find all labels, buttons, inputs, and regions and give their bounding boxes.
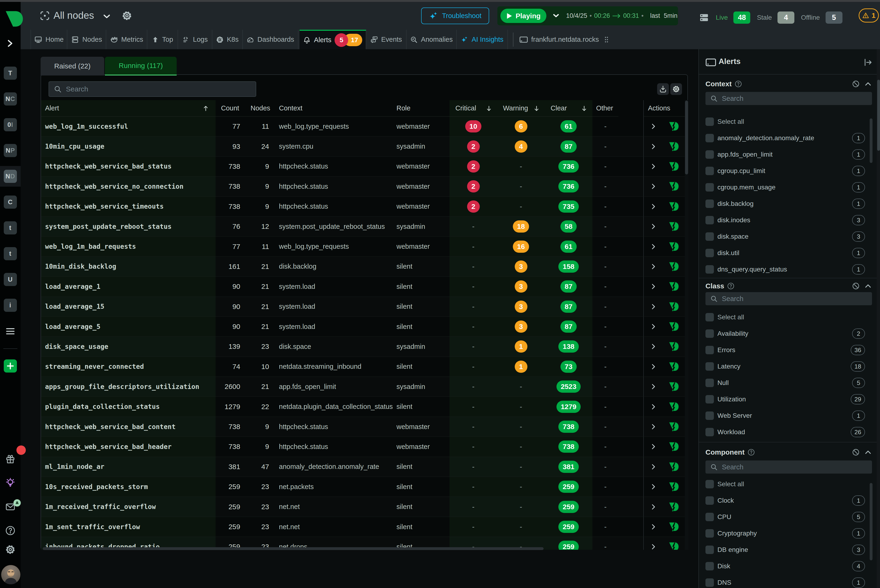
- table-settings-button[interactable]: [670, 83, 682, 95]
- netdata-alert-icon[interactable]: [669, 322, 679, 331]
- netdata-alert-icon[interactable]: [669, 302, 679, 311]
- lightbulb-icon[interactable]: [5, 477, 16, 488]
- checkbox[interactable]: [706, 513, 714, 521]
- space-caret-icon[interactable]: [103, 14, 110, 19]
- help-circle-icon[interactable]: [734, 80, 742, 88]
- checkbox[interactable]: [706, 117, 714, 126]
- filter-item[interactable]: DB engine3: [706, 542, 869, 558]
- checkbox[interactable]: [706, 395, 714, 404]
- filter-item[interactable]: Availability2: [706, 326, 869, 342]
- alert-name[interactable]: disk_space_usage: [45, 343, 108, 351]
- expand-row-icon[interactable]: [650, 463, 657, 470]
- expand-row-button[interactable]: [650, 423, 657, 430]
- checkbox[interactable]: [706, 150, 714, 159]
- checkbox[interactable]: [706, 329, 714, 338]
- expand-row-button[interactable]: [650, 183, 657, 190]
- alert-name[interactable]: system_post_update_reboot_status: [45, 223, 171, 231]
- table-row[interactable]: disk_space_usage13923disk.spacesysadmin-…: [41, 337, 685, 357]
- expand-row-icon[interactable]: [650, 123, 657, 130]
- filter-item[interactable]: cgroup.mem_usage1: [706, 179, 869, 195]
- filter-item[interactable]: DNS1: [706, 574, 869, 588]
- expand-row-icon[interactable]: [650, 263, 657, 270]
- column-header-count[interactable]: Count: [216, 100, 242, 117]
- filter-item[interactable]: disk.space3: [706, 228, 869, 245]
- tab-events[interactable]: Events: [366, 30, 406, 49]
- exclude-filter-icon[interactable]: [852, 282, 860, 290]
- select-all-row[interactable]: Select all: [706, 309, 869, 326]
- collapse-section-icon[interactable]: [864, 448, 872, 456]
- expand-row-button[interactable]: [650, 283, 657, 290]
- column-header-alert[interactable]: Alert: [41, 100, 216, 117]
- workspace-avatar-0i[interactable]: 0I: [4, 118, 17, 131]
- expand-row-icon[interactable]: [650, 483, 657, 490]
- column-header-other[interactable]: Other: [593, 100, 618, 117]
- netdata-logo-icon[interactable]: [6, 11, 23, 27]
- filter-item[interactable]: Workload26: [706, 424, 869, 440]
- expand-row-icon[interactable]: [650, 303, 657, 310]
- netdata-alert-icon[interactable]: [669, 342, 679, 351]
- panel-collapse-icon[interactable]: [863, 58, 872, 67]
- table-row[interactable]: web_log_1m_successful7711web_log.type_re…: [41, 117, 685, 136]
- tab-raised[interactable]: Raised (22): [41, 57, 104, 75]
- filter-search-input-context[interactable]: Search: [706, 92, 872, 105]
- expand-row-button[interactable]: [650, 503, 657, 510]
- checkbox[interactable]: [706, 200, 714, 208]
- expand-row-icon[interactable]: [650, 383, 657, 390]
- expand-row-button[interactable]: [650, 203, 657, 210]
- tab-k8s[interactable]: K8s: [212, 30, 243, 49]
- help-circle-icon[interactable]: [727, 282, 734, 290]
- netdata-alert-icon[interactable]: [669, 122, 679, 131]
- expand-row-icon[interactable]: [650, 323, 657, 330]
- column-header-context[interactable]: Context: [272, 100, 395, 117]
- netdata-alert-icon[interactable]: [669, 442, 679, 451]
- alert-name[interactable]: 10min_disk_backlog: [45, 262, 116, 270]
- help-circle-icon[interactable]: [748, 448, 755, 456]
- exclude-filter-icon[interactable]: [852, 80, 860, 88]
- workspace-avatar-np[interactable]: NP: [4, 144, 17, 157]
- node-status-summary[interactable]: Live 48 Stale 4 Offline 5: [699, 10, 842, 25]
- expand-row-icon[interactable]: [650, 183, 657, 190]
- tab-dashboards[interactable]: Dashboards: [243, 30, 298, 49]
- table-row[interactable]: httpcheck_web_service_bad_content7389htt…: [41, 417, 685, 437]
- expand-row-icon[interactable]: [650, 363, 657, 370]
- troubleshoot-button[interactable]: Troubleshoot: [421, 8, 489, 24]
- space-name[interactable]: All nodes: [54, 10, 94, 21]
- netdata-alert-icon[interactable]: [669, 422, 679, 431]
- filter-item[interactable]: Web Server1: [706, 408, 869, 424]
- expand-row-icon[interactable]: [650, 223, 657, 230]
- expand-row-icon[interactable]: [650, 423, 657, 430]
- filter-item[interactable]: CPU5: [706, 509, 869, 525]
- checkbox[interactable]: [706, 496, 714, 505]
- workspace-avatar-i[interactable]: i: [4, 299, 17, 312]
- alert-name[interactable]: apps_group_file_descriptors_utilization: [45, 383, 199, 391]
- expand-row-icon[interactable]: [650, 503, 657, 510]
- table-row[interactable]: web_log_1m_bad_requests7711web_log.type_…: [41, 237, 685, 256]
- table-row[interactable]: load_average_19021system.loadsilent-387-: [41, 277, 685, 297]
- checkbox[interactable]: [706, 313, 714, 321]
- tab-nodes[interactable]: Nodes: [67, 30, 106, 49]
- alert-name[interactable]: httpcheck_web_service_bad_status: [45, 162, 171, 170]
- expand-row-button[interactable]: [650, 323, 657, 330]
- collapse-section-icon[interactable]: [864, 282, 872, 290]
- alert-name[interactable]: 10s_received_packets_storm: [45, 483, 148, 491]
- sidebar-expand-icon[interactable]: [6, 39, 15, 48]
- filter-item[interactable]: anomaly_detection.anomaly_rate1: [706, 130, 869, 146]
- workspace-avatar-nd[interactable]: ND: [4, 170, 17, 183]
- netdata-alert-icon[interactable]: [669, 362, 679, 371]
- alert-name[interactable]: 1m_received_traffic_overflow: [45, 503, 156, 511]
- netdata-alert-icon[interactable]: [669, 282, 679, 291]
- expand-row-button[interactable]: [650, 263, 657, 270]
- alert-name[interactable]: load_average_15: [45, 303, 104, 310]
- table-row[interactable]: streaming_never_connected7410netdata.str…: [41, 357, 685, 377]
- gift-icon[interactable]: [5, 454, 16, 465]
- table-row[interactable]: 10s_received_packets_storm25923net.packe…: [41, 477, 685, 497]
- help-icon[interactable]: [5, 525, 16, 536]
- expand-row-button[interactable]: [650, 363, 657, 370]
- exclude-filter-icon[interactable]: [852, 448, 860, 456]
- filter-item[interactable]: Null5: [706, 375, 869, 391]
- checkbox[interactable]: [706, 529, 714, 538]
- tab-running[interactable]: Running (117): [105, 57, 177, 75]
- netdata-alert-icon[interactable]: [669, 462, 679, 471]
- netdata-alert-icon[interactable]: [669, 522, 679, 531]
- expand-row-icon[interactable]: [650, 203, 657, 210]
